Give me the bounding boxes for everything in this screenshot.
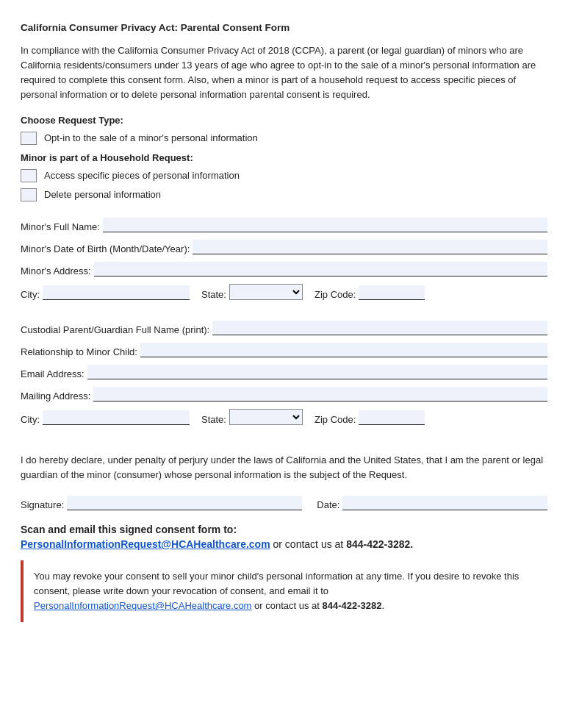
- optin-label: Opt-in to the sale of a minor's personal…: [44, 132, 258, 143]
- email-input[interactable]: [87, 365, 547, 379]
- revoke-text3: .: [382, 600, 385, 611]
- minor-name-row: Minor's Full Name:: [21, 218, 547, 232]
- zip-label: Zip Code:: [314, 289, 356, 300]
- minor-dob-label: Minor's Date of Birth (Month/Date/Year):: [21, 243, 190, 254]
- access-label: Access specific pieces of personal infor…: [44, 170, 240, 181]
- minor-dob-row: Minor's Date of Birth (Month/Date/Year):: [21, 240, 547, 254]
- mailing-input[interactable]: [93, 387, 547, 402]
- form-title: California Consumer Privacy Act: Parenta…: [21, 22, 547, 33]
- mailing-label: Mailing Address:: [21, 390, 90, 402]
- zip2-label: Zip Code:: [314, 414, 356, 425]
- revoke-text1: You may revoke your consent to sell your…: [34, 571, 519, 596]
- email-label: Email Address:: [21, 368, 85, 379]
- state2-select[interactable]: CA TX FL: [229, 409, 303, 425]
- minor-address-input[interactable]: [94, 262, 547, 276]
- guardian-name-row: Custodial Parent/Guardian Full Name (pri…: [21, 321, 547, 335]
- relationship-row: Relationship to Minor Child:: [21, 343, 547, 357]
- minor-address-row: Minor's Address:: [21, 262, 547, 276]
- access-checkbox-row: Access specific pieces of personal infor…: [21, 169, 547, 182]
- declaration-text: I do hereby declare, under penalty of pe…: [21, 453, 547, 482]
- minor-address-label: Minor's Address:: [21, 265, 91, 276]
- date-label: Date:: [317, 499, 339, 510]
- minor-name-input[interactable]: [103, 218, 547, 232]
- household-label: Minor is part of a Household Request:: [21, 152, 547, 163]
- revoke-box: You may revoke your consent to sell your…: [21, 560, 547, 622]
- zip-input[interactable]: [359, 285, 425, 300]
- mailing-city-state-zip-row: City: State: CA TX FL Zip Code:: [21, 409, 547, 425]
- guardian-name-label: Custodial Parent/Guardian Full Name (pri…: [21, 324, 209, 335]
- minor-dob-input[interactable]: [193, 240, 547, 254]
- access-checkbox[interactable]: [21, 169, 37, 182]
- delete-label: Delete personal information: [44, 189, 161, 200]
- city2-input[interactable]: [43, 410, 190, 425]
- minor-name-label: Minor's Full Name:: [21, 221, 100, 232]
- intro-paragraph: In compliance with the California Consum…: [21, 43, 547, 103]
- zip2-input[interactable]: [359, 410, 425, 425]
- delete-checkbox-row: Delete personal information: [21, 188, 547, 201]
- scan-email-link[interactable]: PersonalInformationRequest@HCAHealthcare…: [21, 538, 270, 550]
- signature-row: Signature: Date:: [21, 496, 547, 510]
- scan-or: or contact us at: [270, 538, 347, 550]
- optin-checkbox[interactable]: [21, 132, 37, 145]
- scan-title: Scan and email this signed consent form …: [21, 524, 547, 535]
- signature-input[interactable]: [67, 496, 302, 510]
- relationship-input[interactable]: [140, 343, 547, 357]
- state2-label: State:: [201, 414, 226, 425]
- city2-label: City:: [21, 414, 40, 425]
- minor-city-state-zip-row: City: State: CA TX FL Zip Code:: [21, 284, 547, 300]
- guardian-name-input[interactable]: [212, 321, 547, 335]
- choose-request-label: Choose Request Type:: [21, 115, 547, 126]
- revoke-phone: 844-422-3282: [323, 600, 382, 611]
- scan-contact-line: PersonalInformationRequest@HCAHealthcare…: [21, 538, 547, 550]
- relationship-label: Relationship to Minor Child:: [21, 346, 137, 357]
- state-select[interactable]: CA TX FL: [229, 284, 303, 300]
- scan-section: Scan and email this signed consent form …: [21, 524, 547, 550]
- email-row: Email Address:: [21, 365, 547, 379]
- sig-label: Signature:: [21, 499, 64, 510]
- mailing-row: Mailing Address:: [21, 387, 547, 402]
- state-label: State:: [201, 289, 226, 300]
- city-label: City:: [21, 289, 40, 300]
- scan-phone: 844-422-3282.: [346, 538, 413, 550]
- revoke-email-link[interactable]: PersonalInformationRequest@HCAHealthcare…: [34, 600, 251, 611]
- date-input[interactable]: [342, 496, 547, 510]
- optin-checkbox-row: Opt-in to the sale of a minor's personal…: [21, 132, 547, 145]
- delete-checkbox[interactable]: [21, 188, 37, 201]
- city-input[interactable]: [43, 285, 190, 300]
- revoke-text2: or contact us at: [251, 600, 322, 611]
